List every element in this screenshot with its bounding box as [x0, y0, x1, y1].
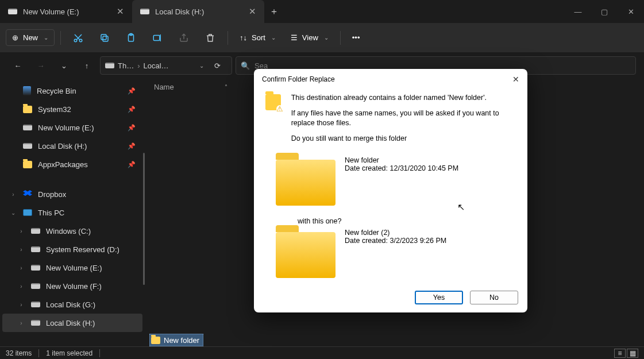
dialog-text: Do you still want to merge this folder — [291, 134, 516, 144]
window-controls: — ▢ ✕ — [565, 0, 644, 23]
icons-view-button[interactable]: ▦ — [627, 349, 638, 358]
close-tab-icon[interactable]: ✕ — [117, 6, 124, 17]
new-button[interactable]: ⊕ New ⌄ — [6, 29, 55, 46]
sidebar-item-windows-c[interactable]: ›Windows (C:) — [0, 222, 145, 240]
svg-point-1 — [79, 39, 82, 42]
sidebar-item-new-volume-e-tree[interactable]: ›New Volume (E:) — [0, 258, 145, 277]
drive-icon — [140, 9, 149, 14]
sort-icon: ↑↓ — [240, 33, 247, 42]
drive-icon — [31, 320, 40, 326]
column-label: Name — [154, 83, 174, 91]
sidebar-item-label: Local Disk (H:) — [46, 319, 95, 327]
separator — [60, 31, 61, 45]
chevron-right-icon[interactable]: › — [17, 302, 25, 308]
back-button[interactable]: ← — [8, 56, 28, 75]
dialog-close-button[interactable]: ✕ — [512, 75, 519, 84]
sidebar-item-local-disk-h[interactable]: Local Disk (H:)📌 — [0, 137, 145, 155]
sidebar-item-system-reserved-d[interactable]: ›System Reserved (D:) — [0, 240, 145, 258]
chevron-right-icon[interactable]: › — [17, 246, 25, 253]
chevron-right-icon: › — [137, 61, 140, 70]
search-icon: 🔍 — [241, 61, 250, 70]
separator — [227, 31, 228, 45]
sidebar-item-appxpackages[interactable]: AppxPackages📌 — [0, 155, 145, 173]
status-items: 32 items — [6, 349, 32, 357]
minimize-button[interactable]: — — [565, 0, 591, 23]
pin-icon[interactable]: 📌 — [128, 142, 136, 150]
copy-button[interactable] — [93, 28, 116, 48]
rename-button[interactable] — [146, 28, 169, 48]
titlebar: New Volume (E:) ✕ Local Disk (H:) ✕ ＋ — … — [0, 0, 644, 23]
view-label: View — [302, 33, 318, 42]
more-button[interactable]: ••• — [346, 30, 366, 45]
chevron-right-icon[interactable]: › — [17, 228, 25, 234]
status-bar: 32 items 1 item selected ≡ ▦ — [0, 346, 644, 359]
forward-button[interactable]: → — [31, 56, 51, 75]
dest-folder-name[interactable]: New folder — [345, 156, 458, 164]
breadcrumb-part: Local… — [144, 61, 169, 70]
recent-button[interactable]: ⌄ — [54, 56, 74, 75]
dialog-text: with this one? — [298, 217, 516, 225]
tab-local-disk-h[interactable]: Local Disk (H:) ✕ — [132, 0, 264, 23]
file-row-selected[interactable]: New folder — [149, 334, 203, 346]
sidebar-item-local-disk-g[interactable]: ›Local Disk (G:) — [0, 295, 145, 314]
cut-button[interactable] — [67, 28, 90, 48]
close-window-button[interactable]: ✕ — [618, 0, 644, 23]
svg-rect-6 — [153, 35, 160, 40]
details-view-button[interactable]: ≡ — [614, 349, 626, 358]
pin-icon[interactable]: 📌 — [128, 87, 136, 95]
refresh-button[interactable]: ⟳ — [207, 61, 227, 70]
chevron-down-icon[interactable]: ⌄ — [199, 63, 204, 69]
new-tab-button[interactable]: ＋ — [264, 6, 284, 18]
sidebar-item-new-volume-f[interactable]: ›New Volume (F:) — [0, 277, 145, 295]
folder-icon[interactable] — [276, 232, 336, 278]
chevron-down-icon: ⌄ — [271, 34, 276, 41]
sort-button[interactable]: ↑↓ Sort ⌄ — [234, 30, 281, 45]
src-folder-name[interactable]: New folder (2) — [345, 229, 446, 237]
button-label: No — [489, 294, 499, 302]
drive-icon — [31, 246, 40, 252]
sidebar-item-local-disk-h-tree[interactable]: ›Local Disk (H:) — [2, 314, 142, 332]
chevron-right-icon[interactable]: › — [17, 320, 25, 326]
sidebar-item-label: New Volume (E:) — [46, 264, 102, 272]
chevron-right-icon[interactable]: › — [17, 283, 25, 289]
view-button[interactable]: ☰ View ⌄ — [285, 30, 334, 45]
yes-button[interactable]: Yes — [415, 291, 463, 304]
tab-new-volume-e[interactable]: New Volume (E:) ✕ — [0, 0, 132, 23]
chevron-right-icon[interactable]: › — [17, 265, 25, 271]
pin-icon[interactable]: 📌 — [128, 124, 136, 132]
sidebar: Recycle Bin📌 System32📌 New Volume (E:)📌 … — [0, 78, 145, 346]
drive-icon — [31, 265, 40, 271]
button-label: Yes — [433, 294, 445, 302]
sidebar-item-label: New Volume (F:) — [46, 282, 102, 291]
sidebar-item-dropbox[interactable]: ›Dropbox — [0, 185, 145, 203]
pin-icon[interactable]: 📌 — [128, 106, 136, 113]
maximize-button[interactable]: ▢ — [591, 0, 618, 23]
svg-point-0 — [74, 39, 77, 42]
sidebar-item-recycle-bin[interactable]: Recycle Bin📌 — [0, 82, 145, 100]
src-folder-date: Date created: 3/2/2023 9:26 PM — [345, 237, 446, 245]
pin-icon[interactable]: 📌 — [128, 161, 136, 168]
paste-button[interactable] — [119, 28, 142, 48]
drive-icon — [31, 283, 40, 289]
sidebar-item-label: Local Disk (H:) — [38, 142, 87, 150]
drive-icon — [31, 302, 40, 307]
view-toggle: ≡ ▦ — [614, 349, 638, 358]
chevron-down-icon[interactable]: ⌄ — [9, 210, 17, 216]
share-button[interactable] — [172, 28, 195, 48]
drive-icon — [23, 143, 32, 149]
recycle-bin-icon — [23, 86, 31, 95]
no-button[interactable]: No — [470, 291, 518, 304]
dialog-title: Confirm Folder Replace — [262, 75, 335, 83]
breadcrumb[interactable]: Th… › Local… ⌄ ⟳ — [100, 56, 232, 75]
toolbar: ⊕ New ⌄ ↑↓ Sort ⌄ ☰ View ⌄ ••• — [0, 23, 644, 53]
sidebar-item-system32[interactable]: System32📌 — [0, 100, 145, 118]
delete-button[interactable] — [199, 28, 222, 48]
drive-icon — [31, 228, 40, 234]
sidebar-item-new-volume-e[interactable]: New Volume (E:)📌 — [0, 118, 145, 137]
sidebar-item-this-pc[interactable]: ⌄This PC — [0, 203, 145, 222]
plus-icon: ⊕ — [12, 33, 18, 42]
close-tab-icon[interactable]: ✕ — [249, 6, 256, 17]
up-button[interactable]: ↑ — [77, 56, 97, 75]
chevron-right-icon[interactable]: › — [9, 191, 17, 198]
folder-icon[interactable] — [276, 160, 336, 206]
